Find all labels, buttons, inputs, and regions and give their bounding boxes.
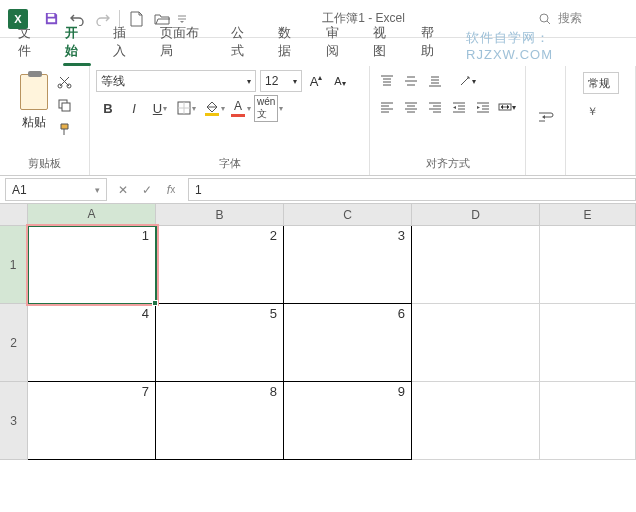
number-format-select[interactable]: 常规 — [583, 72, 619, 94]
formula-bar-value: 1 — [195, 183, 202, 197]
tab-formulas[interactable]: 公式 — [219, 18, 266, 66]
font-group-label: 字体 — [96, 154, 363, 173]
underline-button[interactable]: U▾ — [148, 96, 172, 120]
cell-e3[interactable] — [540, 382, 636, 460]
ribbon-tabs: 文件 开始 插入 页面布局 公式 数据 审阅 视图 帮助 软件自学网：RJZXW… — [0, 38, 636, 66]
cell-a3[interactable]: 7 — [28, 382, 156, 460]
clipboard-group: 粘贴 剪贴板 — [0, 66, 90, 175]
excel-app-icon: X — [8, 9, 28, 29]
column-header-a[interactable]: A — [28, 204, 156, 226]
font-group: 等线 ▾ 12 ▾ A▴ A▾ B I U▾ ▾ ▾ A▾ wén文▾ 字体 — [90, 66, 370, 175]
row-header-2[interactable]: 2 — [0, 304, 28, 382]
tab-view[interactable]: 视图 — [361, 18, 408, 66]
fill-color-button[interactable]: ▾ — [200, 96, 224, 120]
column-header-c[interactable]: C — [284, 204, 412, 226]
name-box[interactable]: A1 ▾ — [5, 178, 107, 201]
align-middle-button[interactable] — [400, 70, 422, 92]
align-left-button[interactable] — [376, 96, 398, 118]
clipboard-group-label: 剪贴板 — [6, 154, 83, 173]
cell-b2[interactable]: 5 — [156, 304, 284, 382]
tab-page-layout[interactable]: 页面布局 — [148, 18, 219, 66]
row-headers: 1 2 3 — [0, 226, 28, 460]
chevron-down-icon: ▾ — [95, 185, 100, 195]
name-box-value: A1 — [12, 183, 27, 197]
cell-b1[interactable]: 2 — [156, 226, 284, 304]
svg-point-0 — [540, 14, 548, 22]
column-header-d[interactable]: D — [412, 204, 540, 226]
number-group-label — [572, 157, 629, 173]
align-center-button[interactable] — [400, 96, 422, 118]
cell-d1[interactable] — [412, 226, 540, 304]
formula-bar[interactable]: 1 — [188, 178, 636, 201]
wrap-text-button[interactable] — [535, 107, 557, 129]
merge-button[interactable]: ▾ — [496, 96, 518, 118]
column-header-b[interactable]: B — [156, 204, 284, 226]
accept-formula-button[interactable]: ✓ — [136, 179, 158, 201]
font-size-select[interactable]: 12 ▾ — [260, 70, 302, 92]
chevron-down-icon: ▾ — [293, 77, 297, 86]
cell-e1[interactable] — [540, 226, 636, 304]
fx-button[interactable]: fx — [160, 179, 182, 201]
font-family-select[interactable]: 等线 ▾ — [96, 70, 256, 92]
currency-button[interactable]: ￥ — [583, 100, 605, 122]
tab-data[interactable]: 数据 — [266, 18, 313, 66]
paste-button[interactable]: 粘贴 — [16, 70, 52, 135]
column-header-e[interactable]: E — [540, 204, 636, 226]
border-button[interactable]: ▾ — [174, 96, 198, 120]
cell-c2[interactable]: 6 — [284, 304, 412, 382]
alignment-group-label: 对齐方式 — [376, 154, 519, 173]
format-painter-button[interactable] — [56, 120, 74, 138]
ribbon: 粘贴 剪贴板 等线 ▾ 12 ▾ A▴ A▾ — [0, 66, 636, 176]
cell-e2[interactable] — [540, 304, 636, 382]
number-format-value: 常规 — [588, 76, 610, 91]
row-header-1[interactable]: 1 — [0, 226, 28, 304]
cancel-formula-button[interactable]: ✕ — [112, 179, 134, 201]
svg-rect-4 — [62, 103, 70, 111]
align-bottom-button[interactable] — [424, 70, 446, 92]
increase-indent-button[interactable] — [472, 96, 494, 118]
cell-b3[interactable]: 8 — [156, 382, 284, 460]
select-all-corner[interactable] — [0, 204, 28, 226]
wrap-group — [526, 66, 566, 175]
cell-a1[interactable]: 1 — [28, 226, 156, 304]
cell-d3[interactable] — [412, 382, 540, 460]
increase-font-button[interactable]: A▴ — [306, 70, 326, 92]
cell-a2[interactable]: 4 — [28, 304, 156, 382]
chevron-down-icon: ▾ — [247, 77, 251, 86]
cell-d2[interactable] — [412, 304, 540, 382]
search-icon — [538, 12, 552, 26]
cell-c1[interactable]: 3 — [284, 226, 412, 304]
copy-button[interactable] — [56, 96, 74, 114]
number-group: 常规 ￥ — [566, 66, 636, 175]
tab-help[interactable]: 帮助 — [409, 18, 456, 66]
italic-button[interactable]: I — [122, 96, 146, 120]
cut-button[interactable] — [56, 72, 74, 90]
tab-insert[interactable]: 插入 — [101, 18, 148, 66]
column-headers: A B C D E — [28, 204, 636, 226]
wrap-group-label — [532, 157, 559, 173]
phonetic-button[interactable]: wén文▾ — [252, 96, 285, 120]
alignment-group: ▾ ▾ 对齐方式 — [370, 66, 526, 175]
bold-button[interactable]: B — [96, 96, 120, 120]
cell-c3[interactable]: 9 — [284, 382, 412, 460]
cells-area: 1 2 3 4 5 6 7 8 9 — [28, 226, 636, 460]
tab-home[interactable]: 开始 — [53, 18, 100, 66]
font-color-button[interactable]: A▾ — [226, 96, 250, 120]
tab-review[interactable]: 审阅 — [314, 18, 361, 66]
paste-icon — [20, 74, 48, 110]
paste-label: 粘贴 — [22, 114, 46, 131]
watermark-text: 软件自学网：RJZXW.COM — [456, 25, 630, 66]
font-family-value: 等线 — [101, 73, 125, 90]
svg-text:￥: ￥ — [587, 105, 598, 117]
row-header-3[interactable]: 3 — [0, 382, 28, 460]
orientation-button[interactable]: ▾ — [456, 70, 478, 92]
font-size-value: 12 — [265, 74, 278, 88]
align-right-button[interactable] — [424, 96, 446, 118]
decrease-indent-button[interactable] — [448, 96, 470, 118]
align-top-button[interactable] — [376, 70, 398, 92]
formula-bar-row: A1 ▾ ✕ ✓ fx 1 — [0, 176, 636, 204]
fill-handle[interactable] — [152, 300, 158, 306]
decrease-font-button[interactable]: A▾ — [330, 70, 350, 92]
